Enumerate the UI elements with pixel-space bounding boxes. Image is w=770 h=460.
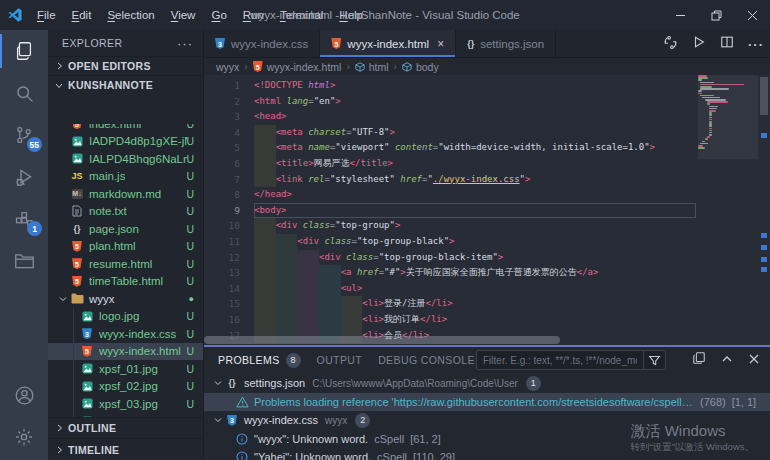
problem-row[interactable]: "wyyx": Unknown word.cSpell[61, 2] [204, 430, 770, 449]
breadcrumb-item-wyyx-indexhtml[interactable]: 5wyyx-index.html [253, 61, 342, 73]
tree-item-planhtml[interactable]: 5plan.htmlU [48, 238, 203, 256]
filter-funnel-icon[interactable] [643, 351, 665, 369]
tree-item-pagejson[interactable]: {}page.jsonU [48, 220, 203, 238]
menu-go[interactable]: Go [204, 6, 233, 24]
activity-bar-bottom [0, 374, 48, 458]
filter-input[interactable] [477, 351, 643, 369]
code-line-8[interactable]: </head> [254, 187, 696, 203]
code-line-14[interactable]: <ul> [254, 281, 696, 297]
code-line-1[interactable]: <!DOCTYPE html> [254, 78, 696, 94]
outline-section[interactable]: OUTLINE [48, 417, 203, 438]
breadcrumb-item-html[interactable]: html [355, 61, 389, 73]
code-line-3[interactable]: <head> [254, 109, 696, 125]
tree-item-wyyx-indexcss[interactable]: 3wyyx-index.cssU [48, 325, 203, 343]
indent-block [297, 265, 319, 281]
tab-settingsjson[interactable]: {}settings.json [456, 30, 556, 57]
code-line-7[interactable]: <link rel="stylesheet" href="./wyyx-inde… [254, 172, 696, 188]
breadcrumb-item-body[interactable]: body [402, 61, 439, 73]
activity-source-control[interactable]: 55 [0, 114, 48, 156]
code-line-6[interactable]: <title>网易严选</title> [254, 156, 696, 172]
tree-item-notetxt[interactable]: note.txtU [48, 203, 203, 221]
css-icon: 3 [227, 415, 237, 426]
tree-item-markdownmd[interactable]: M↓markdown.mdU [48, 185, 203, 203]
code-line-16[interactable]: <li>我的订单</li> [254, 312, 696, 328]
open-editors-section[interactable]: OPEN EDITORS [48, 56, 203, 75]
chevron-down-icon[interactable] [212, 379, 224, 387]
panel-tab-output[interactable]: OUTPUT [317, 354, 363, 366]
code-line-13[interactable]: <a href="#">关于响应国家全面推广电子普通发票的公告</a> [254, 265, 696, 281]
panel-tab-debug-console[interactable]: DEBUG CONSOLE [378, 354, 475, 366]
problem-row[interactable]: "Yahei": Unknown word.cSpell[110, 29] [204, 448, 770, 460]
line-number-gutter[interactable]: 1234567891011121314151617 [204, 78, 244, 343]
explorer-more-actions-icon[interactable]: ··· [177, 36, 193, 51]
code-editor[interactable]: 1234567891011121314151617 <!DOCTYPE html… [204, 75, 770, 345]
menu-file[interactable]: File [30, 6, 63, 24]
menu-view[interactable]: View [164, 6, 203, 24]
git-status-badge: U [186, 258, 194, 270]
tree-item-mainjs[interactable]: JSmain.jsU [48, 168, 203, 186]
tab-close-icon[interactable]: × [437, 37, 444, 51]
tree-item-indexhtml[interactable]: 5index.htmlU [48, 124, 203, 133]
breadcrumb[interactable]: wyyx›5wyyx-index.html›html›body [204, 58, 770, 75]
vertical-scrollbar[interactable] [758, 75, 770, 345]
code-token: class [324, 236, 351, 246]
split-editor-button[interactable] [720, 35, 734, 53]
more-actions-button[interactable]: ··· [748, 35, 764, 53]
code-line-4[interactable]: <meta charset="UTF-8"> [254, 125, 696, 141]
problems-file-row[interactable]: {}settings.jsonC:\Users\wwww\AppData\Roa… [204, 374, 770, 393]
tree-item-xpsf_01jpg[interactable]: xpsf_01.jpgU [48, 360, 203, 378]
code-line-15[interactable]: <li>登录/注册</li> [254, 296, 696, 312]
workspace-section[interactable]: KUNSHANNOTE [48, 75, 203, 94]
code-line-10[interactable]: <div class="top-group"> [254, 218, 696, 234]
restore-button[interactable] [698, 0, 734, 30]
code-line-9[interactable]: <body> [254, 203, 696, 219]
breadcrumb-item-wyyx[interactable]: wyyx [216, 61, 239, 73]
tree-item-IALPD4Bhqg6NaLnN[interactable]: IALPD4Bhqg6NaLnN...U [48, 150, 203, 168]
scrollbar-thumb[interactable] [760, 77, 768, 115]
open-changes-button[interactable] [663, 35, 678, 54]
code-line-2[interactable]: <html lang="en"> [254, 94, 696, 110]
tree-item-wyyx[interactable]: wyyx● [48, 290, 203, 308]
minimize-button[interactable] [662, 0, 698, 30]
file-name: xpsf_03.jpg [99, 398, 158, 410]
code-content[interactable]: <!DOCTYPE html><html lang="en"><head><me… [254, 78, 696, 343]
open-in-editor-button[interactable] [692, 351, 706, 369]
close-panel-button[interactable] [748, 351, 760, 369]
activity-run-debug[interactable] [0, 156, 48, 198]
menu-edit[interactable]: Edit [65, 6, 99, 24]
problem-row[interactable]: Problems loading reference 'https://raw.… [204, 393, 770, 412]
activity-extensions[interactable]: 1 [0, 198, 48, 240]
tab-wyyx-indexcss[interactable]: 3wyyx-index.css [204, 30, 320, 57]
panel-tab-problems[interactable]: PROBLEMS8 [218, 353, 301, 368]
tree-item-xpsf_02jpg[interactable]: xpsf_02.jpgU [48, 378, 203, 396]
code-token: 我的订单 [384, 314, 420, 324]
horizontal-scrollbar[interactable] [204, 336, 560, 344]
symbol-icon [402, 62, 412, 72]
timeline-section[interactable]: TIMELINE [48, 438, 203, 460]
activity-settings-gear[interactable] [0, 416, 48, 458]
activity-account[interactable] [0, 374, 48, 416]
tree-item-IADPD4d8p1gXE-jN[interactable]: IADPD4d8p1gXE-jN...U [48, 133, 203, 151]
activity-explorer[interactable] [0, 30, 48, 72]
code-line-11[interactable]: <div class="top-group-black"> [254, 234, 696, 250]
problem-position: [61, 2] [410, 433, 441, 445]
tab-wyyx-indexhtml[interactable]: 5wyyx-index.html× [320, 30, 456, 57]
close-button[interactable] [734, 0, 770, 30]
tree-item-timeTablehtml[interactable]: 5timeTable.htmlU [48, 273, 203, 291]
menu-selection[interactable]: Selection [100, 6, 161, 24]
code-line-5[interactable]: <meta name="viewport" content="width=dev… [254, 140, 696, 156]
activity-custom-folder[interactable] [0, 240, 48, 282]
tree-item-logojpg[interactable]: logo.jpgU [48, 308, 203, 326]
minimap[interactable] [698, 75, 758, 345]
tree-item-xpsf_03jpg[interactable]: xpsf_03.jpgU [48, 395, 203, 413]
tree-item-wyyx-indexhtml[interactable]: 5wyyx-index.htmlU [48, 343, 203, 361]
maximize-panel-button[interactable] [721, 351, 733, 369]
code-line-12[interactable]: <div class="top-group-black-item"> [254, 250, 696, 266]
indent-block [319, 281, 341, 297]
problems-file-row[interactable]: 3wyyx-index.csswyyx2 [204, 411, 770, 430]
activity-search[interactable] [0, 72, 48, 114]
run-button[interactable] [692, 35, 706, 53]
chevron-down-icon[interactable] [212, 416, 224, 424]
indent-guide [73, 343, 74, 361]
tree-item-resumehtml[interactable]: 5resume.htmlU [48, 255, 203, 273]
